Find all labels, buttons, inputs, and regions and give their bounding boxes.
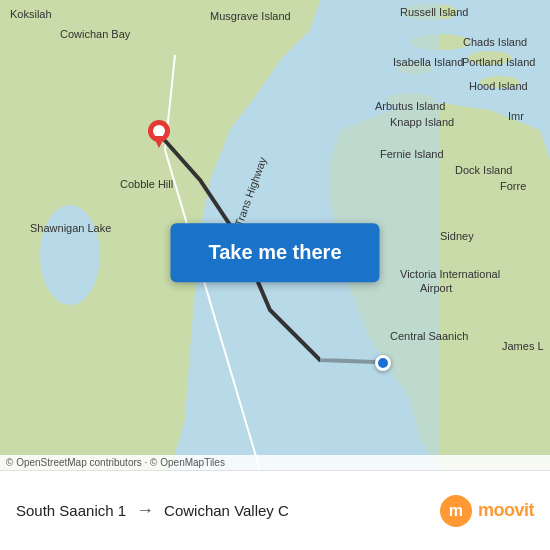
origin-label: South Saanich 1 [16,502,126,519]
svg-point-6 [480,76,520,88]
footer: South Saanich 1 → Cowichan Valley C m mo… [0,470,550,550]
moovit-name: moovit [478,500,534,521]
origin-marker [148,120,170,148]
destination-marker [375,355,391,371]
svg-point-12 [190,6,290,26]
svg-point-5 [468,51,512,65]
destination-label: Cowichan Valley C [164,502,289,519]
map-attribution: © OpenStreetMap contributors · © OpenMap… [0,455,550,470]
route-arrow: → [136,500,154,521]
svg-point-18 [153,125,165,137]
svg-point-3 [40,205,100,305]
take-me-there-button[interactable]: Take me there [170,223,379,282]
moovit-icon: m [440,495,472,527]
moovit-logo: m moovit [440,495,534,527]
map-container: KoksilahCowichan BayMusgrave IslandRusse… [0,0,550,470]
route-info: South Saanich 1 → Cowichan Valley C [16,500,440,521]
svg-point-11 [450,163,480,173]
route-info-container: South Saanich 1 → Cowichan Valley C [16,500,440,521]
svg-marker-19 [153,136,165,148]
